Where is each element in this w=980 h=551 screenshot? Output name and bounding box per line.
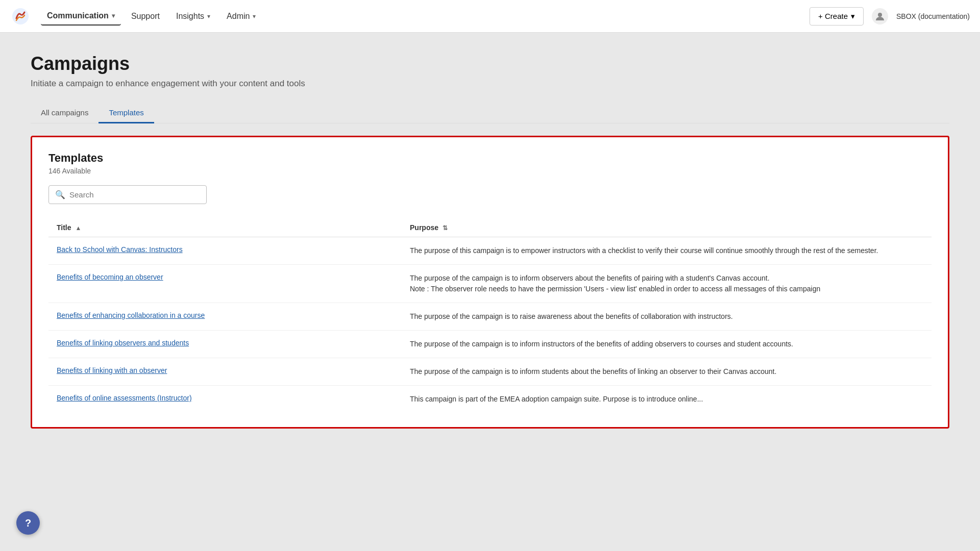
table-row: Benefits of linking with an observerThe … [48,358,932,386]
navbar: Communication ▾ Support Insights ▾ Admin… [0,0,980,33]
table-cell-title: Back to School with Canvas: Instructors [48,237,402,265]
nav-admin[interactable]: Admin ▾ [220,8,262,25]
svg-point-0 [12,8,29,24]
search-icon: 🔍 [55,190,65,199]
page-title: Campaigns [31,53,949,74]
nav-insights[interactable]: Insights ▾ [170,8,216,25]
table-row: Benefits of linking observers and studen… [48,331,932,358]
chevron-down-icon: ▾ [851,12,855,21]
nav-right: + Create ▾ SBOX (documentation) [810,7,970,26]
sort-icon-purpose: ⇅ [443,224,448,232]
app-logo[interactable] [10,6,31,27]
col-header-purpose[interactable]: Purpose ⇅ [402,218,932,237]
template-link[interactable]: Benefits of online assessments (Instruct… [57,394,192,402]
table-cell-purpose: The purpose of the campaign is to inform… [402,358,932,386]
table-body: Back to School with Canvas: InstructorsT… [48,237,932,413]
table-row: Benefits of enhancing collaboration in a… [48,303,932,331]
template-link[interactable]: Benefits of enhancing collaboration in a… [57,311,205,319]
chevron-down-icon: ▾ [112,12,115,19]
page-subtitle: Initiate a campaign to enhance engagemen… [31,79,949,89]
table-cell-purpose: The purpose of the campaign is to inform… [402,265,932,303]
table-header: Title ▲ Purpose ⇅ [48,218,932,237]
templates-panel-title: Templates [48,152,932,165]
page-wrapper: Campaigns Initiate a campaign to enhance… [0,33,980,551]
table-cell-title: Benefits of linking observers and studen… [48,331,402,358]
table-row: Benefits of becoming an observerThe purp… [48,265,932,303]
table-cell-purpose: The purpose of the campaign is to raise … [402,303,932,331]
table-cell-title: Benefits of online assessments (Instruct… [48,386,402,413]
chevron-down-icon: ▾ [253,13,256,20]
user-avatar[interactable] [872,8,888,24]
templates-panel: Templates 146 Available 🔍 Title ▲ Purpos… [31,136,949,429]
tab-templates[interactable]: Templates [99,103,154,123]
sort-icon-title: ▲ [75,224,81,232]
table-cell-purpose: The purpose of the campaign is to inform… [402,331,932,358]
search-input[interactable] [69,190,200,199]
table-cell-title: Benefits of linking with an observer [48,358,402,386]
table-cell-purpose: This campaign is part of the EMEA adopti… [402,386,932,413]
templates-table: Title ▲ Purpose ⇅ Back to School with Ca… [48,218,932,413]
table-cell-purpose: The purpose of this campaign is to empow… [402,237,932,265]
search-box: 🔍 [48,185,207,204]
svg-point-1 [878,13,882,17]
help-button[interactable]: ? [16,511,40,535]
template-link[interactable]: Benefits of linking with an observer [57,366,167,374]
sbox-label[interactable]: SBOX (documentation) [896,12,970,20]
tabs-bar: All campaigns Templates [31,103,949,123]
template-link[interactable]: Benefits of becoming an observer [57,273,163,281]
templates-count: 146 Available [48,167,932,175]
table-cell-title: Benefits of enhancing collaboration in a… [48,303,402,331]
table-row: Benefits of online assessments (Instruct… [48,386,932,413]
create-button[interactable]: + Create ▾ [810,7,864,26]
nav-support[interactable]: Support [125,8,166,25]
nav-communication[interactable]: Communication ▾ [41,7,121,26]
template-link[interactable]: Benefits of linking observers and studen… [57,339,189,347]
table-cell-title: Benefits of becoming an observer [48,265,402,303]
table-row: Back to School with Canvas: InstructorsT… [48,237,932,265]
col-header-title[interactable]: Title ▲ [48,218,402,237]
chevron-down-icon: ▾ [207,13,210,20]
tab-all-campaigns[interactable]: All campaigns [31,103,99,123]
template-link[interactable]: Back to School with Canvas: Instructors [57,245,183,254]
